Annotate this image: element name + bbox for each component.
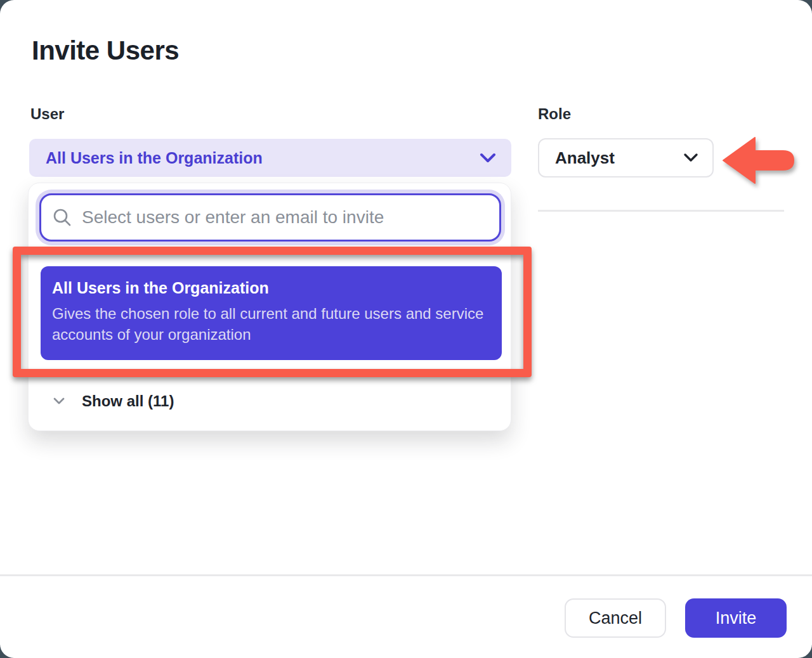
search-icon bbox=[53, 208, 72, 227]
red-arrow-annotation-icon bbox=[722, 134, 794, 186]
show-all-label: Show all (11) bbox=[82, 392, 174, 410]
user-select[interactable]: All Users in the Organization bbox=[29, 139, 511, 177]
role-select[interactable]: Analyst bbox=[538, 138, 714, 177]
option-all-users-title: All Users in the Organization bbox=[52, 279, 489, 297]
user-field-label: User bbox=[30, 105, 64, 123]
role-field-label: Role bbox=[538, 105, 571, 123]
role-select-value: Analyst bbox=[555, 148, 683, 168]
footer-divider bbox=[0, 574, 812, 576]
role-section-divider bbox=[538, 210, 784, 212]
user-search-box[interactable] bbox=[39, 193, 501, 242]
user-select-value: All Users in the Organization bbox=[46, 149, 480, 167]
chevron-down-icon bbox=[480, 152, 496, 164]
option-all-users[interactable]: All Users in the Organization Gives the … bbox=[41, 266, 502, 360]
show-all-toggle[interactable]: Show all (11) bbox=[29, 386, 511, 416]
option-all-users-description: Gives the chosen role to all current and… bbox=[52, 303, 489, 345]
chevron-down-icon bbox=[683, 153, 698, 163]
user-dropdown-panel: All Users in the Organization Gives the … bbox=[28, 183, 511, 431]
invite-users-dialog: Invite Users User All Users in the Organ… bbox=[0, 0, 812, 658]
chevron-down-icon bbox=[53, 397, 65, 406]
user-search-input[interactable] bbox=[82, 207, 487, 228]
invite-button[interactable]: Invite bbox=[685, 598, 787, 638]
page-title: Invite Users bbox=[32, 35, 179, 66]
cancel-button[interactable]: Cancel bbox=[565, 598, 666, 638]
